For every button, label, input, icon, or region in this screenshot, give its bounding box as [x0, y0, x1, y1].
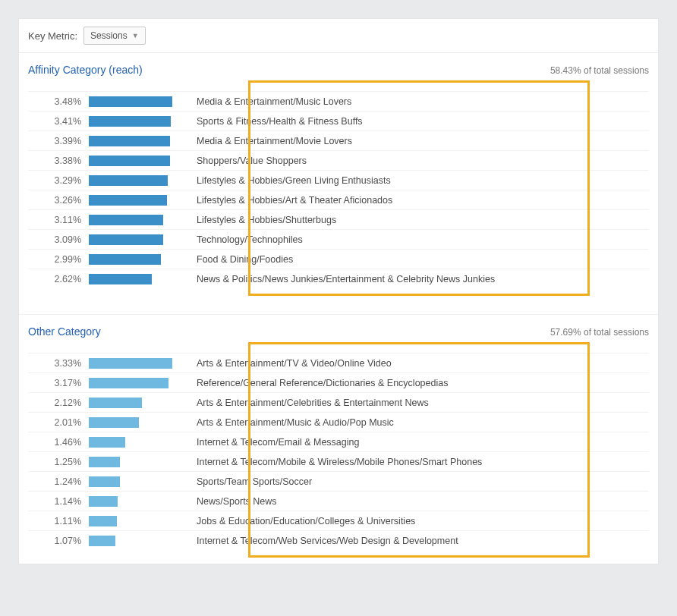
table-row[interactable]: 2.12%Arts & Entertainment/Celebrities & …: [28, 392, 649, 412]
row-bar: [89, 156, 170, 166]
row-bar-cell: [89, 234, 180, 245]
table-row[interactable]: 3.39%Media & Entertainment/Movie Lovers: [28, 130, 649, 150]
row-bar: [89, 175, 168, 186]
row-bar-cell: [89, 116, 180, 127]
section-title-other[interactable]: Other Category: [28, 325, 101, 338]
row-label: Shoppers/Value Shoppers: [180, 156, 649, 166]
row-label: News/Sports News: [180, 496, 649, 507]
row-label: Sports/Team Sports/Soccer: [180, 476, 649, 487]
table-row[interactable]: 1.46%Internet & Telecom/Email & Messagin…: [28, 432, 649, 451]
row-bar-cell: [89, 215, 180, 225]
key-metric-row: Key Metric: Sessions ▼: [19, 19, 658, 53]
row-bar: [89, 516, 117, 526]
row-label: Internet & Telecom/Web Services/Web Desi…: [180, 536, 649, 546]
row-percent: 1.24%: [28, 476, 89, 487]
key-metric-select[interactable]: Sessions ▼: [83, 27, 146, 45]
row-bar: [89, 398, 142, 408]
row-percent: 2.01%: [28, 417, 89, 428]
key-metric-label: Key Metric:: [28, 30, 77, 42]
row-label: Media & Entertainment/Movie Lovers: [180, 136, 649, 146]
row-percent: 3.17%: [28, 378, 89, 388]
section-header-other: Other Category 57.69% of total sessions: [19, 315, 658, 353]
row-bar: [89, 476, 120, 487]
row-bar: [89, 254, 161, 265]
row-percent: 1.14%: [28, 496, 89, 507]
row-bar: [89, 358, 172, 369]
row-label: Arts & Entertainment/Music & Audio/Pop M…: [180, 417, 649, 428]
row-percent: 3.11%: [28, 215, 89, 225]
table-row[interactable]: 3.09%Technology/Technophiles: [28, 229, 649, 249]
row-label: Lifestyles & Hobbies/Shutterbugs: [180, 215, 649, 225]
row-percent: 3.26%: [28, 195, 89, 206]
row-bar: [89, 437, 125, 448]
table-row[interactable]: 3.33%Arts & Entertainment/TV & Video/Onl…: [28, 353, 649, 372]
row-percent: 3.29%: [28, 175, 89, 186]
row-bar-cell: [89, 378, 180, 388]
row-percent: 3.09%: [28, 234, 89, 245]
table-row[interactable]: 1.24%Sports/Team Sports/Soccer: [28, 471, 649, 491]
row-bar-cell: [89, 496, 180, 507]
row-bar-cell: [89, 156, 180, 166]
row-label: Arts & Entertainment/Celebrities & Enter…: [180, 398, 649, 408]
section-total-affinity: 58.43% of total sessions: [550, 65, 649, 76]
table-row[interactable]: 1.25%Internet & Telecom/Mobile & Wireles…: [28, 451, 649, 471]
table-row[interactable]: 1.11%Jobs & Education/Education/Colleges…: [28, 511, 649, 530]
row-label: Arts & Entertainment/TV & Video/Online V…: [180, 358, 649, 369]
row-bar-cell: [89, 358, 180, 369]
row-percent: 1.25%: [28, 457, 89, 467]
row-percent: 3.41%: [28, 116, 89, 127]
row-bar-cell: [89, 437, 180, 448]
table-row[interactable]: 3.41%Sports & Fitness/Health & Fitness B…: [28, 111, 649, 130]
table-row[interactable]: 3.38%Shoppers/Value Shoppers: [28, 150, 649, 170]
row-percent: 3.48%: [28, 96, 89, 107]
row-label: Internet & Telecom/Email & Messaging: [180, 437, 649, 448]
report-panel: Key Metric: Sessions ▼ Affinity Category…: [18, 18, 659, 564]
table-row[interactable]: 3.17%Reference/General Reference/Diction…: [28, 372, 649, 392]
row-percent: 2.62%: [28, 274, 89, 284]
table-row[interactable]: 2.01%Arts & Entertainment/Music & Audio/…: [28, 412, 649, 432]
row-bar-cell: [89, 398, 180, 408]
row-label: Sports & Fitness/Health & Fitness Buffs: [180, 116, 649, 127]
key-metric-selected: Sessions: [90, 30, 128, 41]
row-bar-cell: [89, 516, 180, 526]
table-row[interactable]: 1.14%News/Sports News: [28, 491, 649, 511]
table-row[interactable]: 1.07%Internet & Telecom/Web Services/Web…: [28, 530, 649, 550]
row-percent: 3.39%: [28, 136, 89, 146]
table-row[interactable]: 3.11%Lifestyles & Hobbies/Shutterbugs: [28, 209, 649, 229]
row-percent: 1.07%: [28, 536, 89, 546]
table-row[interactable]: 3.29%Lifestyles & Hobbies/Green Living E…: [28, 170, 649, 190]
table-row[interactable]: 3.48%Media & Entertainment/Music Lovers: [28, 91, 649, 111]
table-row[interactable]: 3.26%Lifestyles & Hobbies/Art & Theater …: [28, 190, 649, 209]
row-bar-cell: [89, 536, 180, 546]
row-label: Lifestyles & Hobbies/Green Living Enthus…: [180, 175, 649, 186]
table-row[interactable]: 2.99%Food & Dining/Foodies: [28, 249, 649, 269]
row-bar-cell: [89, 476, 180, 487]
row-label: Lifestyles & Hobbies/Art & Theater Afici…: [180, 195, 649, 206]
row-bar: [89, 215, 163, 225]
row-percent: 2.99%: [28, 254, 89, 265]
row-bar: [89, 457, 120, 467]
row-bar: [89, 378, 168, 388]
row-label: Technology/Technophiles: [180, 234, 649, 245]
row-bar: [89, 195, 167, 206]
row-percent: 1.46%: [28, 437, 89, 448]
section-header-affinity: Affinity Category (reach) 58.43% of tota…: [19, 53, 658, 91]
row-bar: [89, 234, 163, 245]
row-bar: [89, 274, 152, 284]
row-bar-cell: [89, 457, 180, 467]
row-label: Jobs & Education/Education/Colleges & Un…: [180, 516, 649, 526]
rows-affinity: 3.48%Media & Entertainment/Music Lovers3…: [19, 91, 658, 294]
row-label: Media & Entertainment/Music Lovers: [180, 96, 649, 107]
row-bar: [89, 96, 172, 107]
row-label: Food & Dining/Foodies: [180, 254, 649, 265]
section-affinity: Affinity Category (reach) 58.43% of tota…: [19, 53, 658, 302]
table-row[interactable]: 2.62%News & Politics/News Junkies/Entert…: [28, 269, 649, 288]
row-percent: 2.12%: [28, 398, 89, 408]
row-bar: [89, 536, 115, 546]
row-bar: [89, 417, 139, 428]
row-bar-cell: [89, 175, 180, 186]
row-label: Internet & Telecom/Mobile & Wireless/Mob…: [180, 457, 649, 467]
row-percent: 3.33%: [28, 358, 89, 369]
row-bar: [89, 116, 171, 127]
section-title-affinity[interactable]: Affinity Category (reach): [28, 64, 143, 76]
